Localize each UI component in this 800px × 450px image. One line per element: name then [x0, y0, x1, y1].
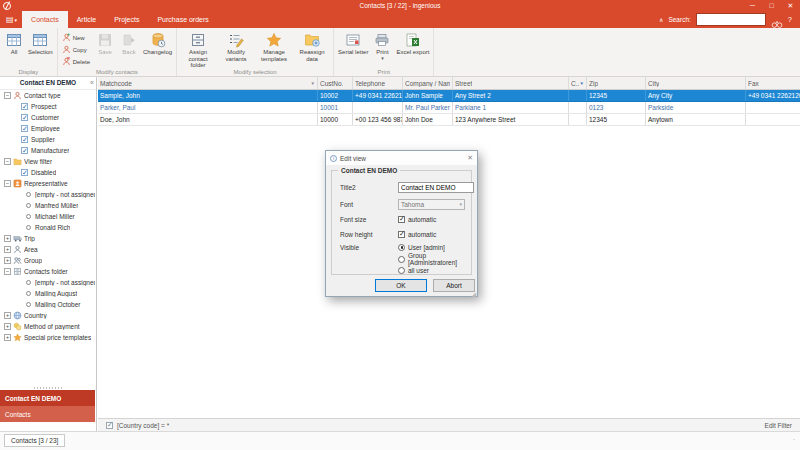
tree-item-group[interactable]: +Group: [0, 255, 95, 266]
manage-templates-button[interactable]: Manage templates: [256, 30, 292, 63]
tree-item-area[interactable]: +Area: [0, 244, 95, 255]
delete-button[interactable]: × Delete: [62, 56, 90, 67]
tab-projects[interactable]: Projects: [105, 11, 148, 28]
checkbox-checked[interactable]: [21, 169, 28, 176]
checkbox-checked[interactable]: [21, 114, 28, 121]
radio-all-user[interactable]: [398, 267, 405, 274]
save-button[interactable]: Save: [94, 30, 116, 57]
collapse-box-icon[interactable]: −: [4, 92, 11, 99]
dialog-close-icon[interactable]: ✕: [467, 154, 473, 162]
minimize-icon[interactable]: ─: [743, 0, 762, 11]
collapse-sidebar-icon[interactable]: «: [90, 77, 94, 89]
grid-cell: [569, 114, 587, 125]
tree-item-employee[interactable]: Employee: [0, 123, 95, 134]
title2-input[interactable]: [398, 182, 474, 193]
search-input[interactable]: [697, 15, 765, 24]
collapse-box-icon[interactable]: −: [4, 180, 11, 187]
tab-article[interactable]: Article: [68, 11, 105, 28]
tree-item-trip[interactable]: +Trip: [0, 233, 95, 244]
expand-box-icon[interactable]: +: [4, 323, 11, 330]
view-tab-contacts[interactable]: Contacts [3 / 23]: [4, 434, 65, 447]
checkbox-checked[interactable]: [21, 125, 28, 132]
expand-box-icon[interactable]: +: [4, 235, 11, 242]
tree-item-contacts-folder[interactable]: −Contacts folder: [0, 266, 95, 277]
ok-button[interactable]: OK: [375, 279, 427, 292]
tree-item-country[interactable]: +Country: [0, 310, 95, 321]
collapse-box-icon[interactable]: −: [4, 158, 11, 165]
copy-button[interactable]: Copy: [62, 44, 90, 55]
tab-contacts[interactable]: Contacts: [22, 11, 68, 28]
tree-item-contact-type[interactable]: −Contact type: [0, 90, 95, 101]
banner-contacts[interactable]: Contacts: [0, 406, 95, 422]
radio-bullet-icon: [26, 203, 31, 208]
column-header-city[interactable]: City: [646, 77, 746, 89]
column-header-company-name[interactable]: Company / Name: [403, 77, 453, 89]
tree-item-view-filter[interactable]: −View filter: [0, 156, 95, 167]
checkbox-checked[interactable]: [21, 136, 28, 143]
binoculars-search-icon[interactable]: [771, 15, 783, 25]
back-button[interactable]: Back: [118, 30, 140, 57]
expand-box-icon[interactable]: +: [4, 246, 11, 253]
tree-item-method-of-payment[interactable]: +Method of payment: [0, 321, 95, 332]
grid-row-2[interactable]: Parker, Paul10001Mr. Paul ParkerParklane…: [98, 102, 800, 114]
reassign-data-button[interactable]: Reassign data: [294, 30, 330, 63]
tree-item-manufacturer[interactable]: Manufacturer: [0, 145, 95, 156]
grid-row-3[interactable]: Doe, John10000+00 123 456 987John Doe123…: [98, 114, 800, 126]
row-height-checkbox-checked[interactable]: [398, 231, 405, 238]
tree-item-ronald-rich[interactable]: Ronald Rich: [0, 222, 95, 233]
grid-row-1[interactable]: Sample, John10002+49 0341 226210John Sam…: [98, 90, 800, 102]
tree-item-mailing-august[interactable]: Mailing August: [0, 288, 95, 299]
radio-group-administratoren[interactable]: [398, 256, 405, 263]
selection-button[interactable]: Selection: [27, 30, 54, 57]
close-icon[interactable]: ✕: [781, 0, 800, 11]
field-row-font-size: Font size automatic: [340, 213, 465, 225]
tab-purchase-orders[interactable]: Purchase orders: [148, 11, 217, 28]
checkbox-checked[interactable]: [21, 147, 28, 154]
column-header-custno[interactable]: CustNo.: [318, 77, 353, 89]
banner-contact-en-demo[interactable]: Contact EN DEMO: [0, 390, 95, 406]
font-size-checkbox-checked[interactable]: [398, 216, 405, 223]
tree-item-mailing-october[interactable]: Mailing October: [0, 299, 95, 310]
new-button[interactable]: + New: [62, 32, 90, 43]
serial-letter-button[interactable]: Serial letter: [337, 30, 369, 57]
application-menu-button[interactable]: ▤▾: [0, 11, 22, 28]
collapse-box-icon[interactable]: −: [4, 268, 11, 275]
modify-variants-button[interactable]: Modify variants: [218, 30, 254, 63]
expand-box-icon[interactable]: +: [4, 312, 11, 319]
radio-user-admin-selected[interactable]: [398, 244, 405, 251]
expand-box-icon[interactable]: +: [4, 257, 11, 264]
excel-export-button[interactable]: Excel export: [395, 30, 430, 57]
column-header-matchcode[interactable]: Matchcode▼: [98, 77, 318, 89]
abort-button[interactable]: Abort: [433, 279, 475, 292]
collapse-ribbon-icon[interactable]: ∧: [659, 15, 663, 25]
all-button[interactable]: All: [3, 30, 25, 57]
expand-box-icon[interactable]: +: [4, 334, 11, 341]
tree-item-michael-miller[interactable]: Michael Miller: [0, 211, 95, 222]
edit-filter-button[interactable]: Edit Filter: [765, 422, 792, 429]
tree-item-prospect[interactable]: Prospect: [0, 101, 95, 112]
tree-item-empty-not-assigned[interactable]: [empty - not assigned]: [0, 189, 95, 200]
assign-contact-folder-button[interactable]: Assign contact folder: [180, 30, 216, 70]
button-label: Reassign data: [295, 49, 329, 62]
changelog-button[interactable]: Changelog: [142, 30, 173, 57]
tree-item-representative[interactable]: −Representative: [0, 178, 95, 189]
checkbox-checked[interactable]: [21, 103, 28, 110]
dialog-resize-grip-icon[interactable]: ◢: [471, 290, 476, 297]
tree-item-manfred-m-ller[interactable]: Manfred Müller: [0, 200, 95, 211]
help-icon[interactable]: ?: [788, 15, 792, 24]
maximize-icon[interactable]: □: [762, 0, 781, 11]
column-header-c[interactable]: C...▼: [569, 77, 587, 89]
tree-item-special-price-templates[interactable]: +Special price templates: [0, 332, 95, 343]
column-header-fax[interactable]: Fax: [746, 77, 800, 89]
filter-checkbox-checked[interactable]: [106, 422, 113, 429]
font-select[interactable]: Tahoma ▾: [398, 199, 465, 210]
tree-item-disabled[interactable]: Disabled: [0, 167, 95, 178]
print-button[interactable]: Print ▾: [371, 30, 393, 61]
column-header-zip[interactable]: Zip: [587, 77, 646, 89]
tree-item-empty-not-assigned[interactable]: [empty - not assigned]: [0, 277, 95, 288]
column-header-telephone[interactable]: Telephone: [353, 77, 403, 89]
tree-item-label: Mailing August: [35, 290, 77, 297]
column-header-street[interactable]: Street: [453, 77, 569, 89]
tree-item-supplier[interactable]: Supplier: [0, 134, 95, 145]
tree-item-customer[interactable]: Customer: [0, 112, 95, 123]
